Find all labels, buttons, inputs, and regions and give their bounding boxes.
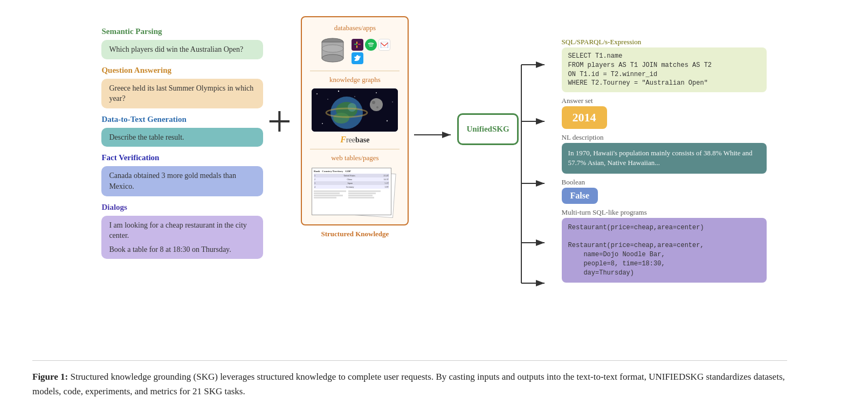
- task-fact-verification: Fact Verification Canada obtained 3 more…: [101, 153, 263, 196]
- svg-point-10: [316, 93, 318, 94]
- svg-point-14: [376, 92, 377, 93]
- dialogs-bubble: I am looking for a cheap restaurant in t…: [101, 216, 263, 259]
- plus-sign: +: [263, 16, 295, 146]
- unified-skg-container: UnifiedSKG: [457, 16, 518, 145]
- caption-unified-name: UnifiedSKG: [649, 372, 704, 382]
- task-question-answering: Question Answering Greece held its last …: [101, 66, 263, 108]
- sk-divider-1: [310, 71, 399, 71]
- answer-output-bubble: 2014: [562, 106, 607, 129]
- databases-apps-label: databases/apps: [310, 24, 399, 32]
- svg-rect-8: [381, 42, 388, 47]
- svg-point-23: [372, 101, 375, 104]
- svg-point-17: [322, 123, 323, 124]
- freebase-rest: ree: [346, 136, 355, 144]
- boolean-output-group: Boolean False: [562, 178, 767, 204]
- structured-knowledge-box: databases/apps: [301, 16, 409, 225]
- svg-point-2: [322, 54, 343, 62]
- structured-knowledge-label: Structured Knowledge: [321, 230, 389, 238]
- svg-point-12: [338, 91, 339, 92]
- svg-point-11: [328, 99, 329, 100]
- freebase-f: F: [340, 135, 346, 144]
- main-arrow-svg: [414, 124, 457, 146]
- main-container: Semantic Parsing Which players did win t…: [0, 0, 868, 418]
- qa-title: Question Answering: [101, 66, 263, 75]
- sql-output-bubble: SELECT T1.name FROM players AS T1 JOIN m…: [562, 47, 767, 92]
- knowledge-graph-image: [312, 88, 398, 132]
- semantic-parsing-bubble: Which players did win the Australian Ope…: [101, 40, 263, 59]
- task-d2t: Data-to-Text Generation Describe the tab…: [101, 115, 263, 147]
- fv-bubble: Canada obtained 3 more gold medals than …: [101, 166, 263, 196]
- diagram-area: Semantic Parsing Which players did win t…: [32, 16, 836, 345]
- answer-output-label: Answer set: [562, 97, 767, 105]
- app-icons-grid: [352, 39, 390, 64]
- slack-icon: [352, 39, 363, 51]
- freebase-base: base: [355, 136, 369, 144]
- d2t-title: Data-to-Text Generation: [101, 115, 263, 124]
- svg-rect-5: [356, 45, 357, 48]
- fv-title: Fact Verification: [101, 153, 263, 162]
- gmail-icon: [378, 39, 390, 51]
- left-column: Semantic Parsing Which players did win t…: [101, 16, 263, 259]
- right-section: SQL/SPARQL/s-Expression SELECT T1.name F…: [519, 16, 767, 329]
- svg-rect-6: [354, 44, 357, 45]
- svg-point-3: [322, 45, 343, 52]
- svg-point-16: [387, 120, 388, 121]
- svg-point-21: [348, 103, 356, 112]
- nl-output-label: NL description: [562, 133, 767, 142]
- semantic-parsing-title: Semantic Parsing: [101, 27, 263, 36]
- sk-divider-2: [310, 149, 399, 149]
- caption-text1: Structured knowledge grounding (SKG) lev…: [68, 372, 649, 382]
- qa-bubble: Greece held its last Summer Olympics in …: [101, 79, 263, 108]
- main-arrow-container: [414, 16, 457, 146]
- spotify-icon: [365, 39, 377, 51]
- figure-label: Figure 1:: [32, 372, 68, 382]
- multiturn-output-group: Multi-turn SQL-like programs Restaurant(…: [562, 208, 767, 283]
- task-dialogs: Dialogs I am looking for a cheap restaur…: [101, 203, 263, 259]
- right-outputs-column: SQL/SPARQL/s-Expression SELECT T1.name F…: [562, 32, 767, 283]
- freebase-label: Freebase: [310, 135, 399, 145]
- database-icon: [319, 37, 346, 66]
- svg-point-22: [370, 98, 383, 111]
- knowledge-graphs-label: knowledge graphs: [310, 76, 399, 84]
- caption-area: Figure 1: Structured knowledge grounding…: [32, 360, 787, 399]
- unified-skg-box: UnifiedSKG: [457, 113, 518, 145]
- nl-output-bubble: In 1970, Hawaii's population mainly cons…: [562, 143, 767, 173]
- svg-point-15: [392, 101, 394, 102]
- web-tables-label: web tables/pages: [310, 154, 399, 162]
- answer-output-group: Answer set 2014: [562, 97, 767, 129]
- middle-column: databases/apps: [295, 16, 414, 238]
- svg-point-24: [376, 106, 378, 108]
- web-tables-image: Rank Country/Territory GDP 1United State…: [311, 167, 399, 218]
- boolean-output-label: Boolean: [562, 178, 767, 187]
- multiturn-output-bubble: Restaurant(price=cheap,area=center) Rest…: [562, 218, 767, 283]
- dialogs-text1: I am looking for a cheap restaurant in t…: [109, 220, 256, 241]
- multiturn-output-label: Multi-turn SQL-like programs: [562, 208, 767, 217]
- sql-output-group: SQL/SPARQL/s-Expression SELECT T1.name F…: [562, 38, 767, 92]
- task-semantic-parsing: Semantic Parsing Which players did win t…: [101, 27, 263, 59]
- dialogs-text2: Book a table for 8 at 18:30 on Thursday.: [109, 244, 256, 255]
- boolean-output-bubble: False: [562, 188, 598, 204]
- dialogs-title: Dialogs: [101, 203, 263, 212]
- svg-point-20: [333, 113, 349, 124]
- db-apps-icons: [310, 37, 399, 66]
- svg-point-13: [355, 96, 355, 97]
- branch-arrows-svg: [519, 32, 551, 329]
- d2t-bubble: Describe the table result.: [101, 128, 263, 147]
- svg-rect-7: [358, 44, 361, 45]
- sql-output-label: SQL/SPARQL/s-Expression: [562, 38, 767, 46]
- nl-output-group: NL description In 1970, Hawaii's populat…: [562, 133, 767, 173]
- twitter-icon: [352, 52, 363, 64]
